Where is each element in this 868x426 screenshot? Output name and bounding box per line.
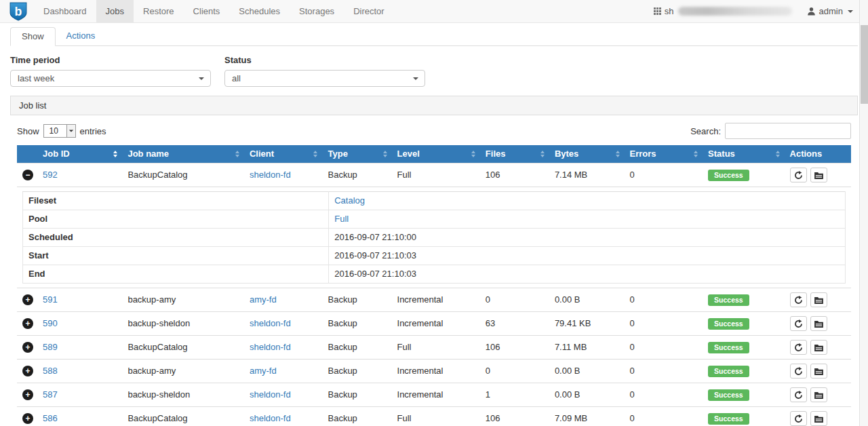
column-header-job-id[interactable]: Job ID xyxy=(37,145,122,163)
nav-item-dashboard[interactable]: Dashboard xyxy=(34,0,96,22)
column-header-type[interactable]: Type xyxy=(322,145,391,163)
search-input[interactable] xyxy=(725,123,851,139)
page-size-select[interactable]: 10 xyxy=(43,124,76,138)
restart-job-button[interactable] xyxy=(790,316,807,331)
job-files-cell: 106 xyxy=(480,407,549,426)
job-detail-row: Scheduled 2016-09-07 21:10:00 xyxy=(23,229,846,247)
restart-job-button[interactable] xyxy=(790,340,807,355)
table-controls: Show 10 entries Search: xyxy=(17,123,851,139)
nav-item-schedules[interactable]: Schedules xyxy=(229,0,290,22)
job-id-link[interactable]: 587 xyxy=(43,389,58,400)
status-filter: Status all xyxy=(224,55,425,87)
expand-row-button[interactable]: + xyxy=(22,318,33,329)
job-files-button[interactable] xyxy=(810,340,827,355)
column-header-client[interactable]: Client xyxy=(244,145,323,163)
expand-row-button[interactable]: + xyxy=(22,366,33,376)
baculum-logo[interactable]: b xyxy=(9,0,27,22)
table-row: + 589 BackupCatalog sheldon-fd Backup Fu… xyxy=(17,336,851,360)
job-bytes-cell: 0.00 B xyxy=(549,288,625,312)
client-link[interactable]: sheldon-fd xyxy=(250,413,291,423)
page-scrollbar[interactable] xyxy=(859,0,868,426)
detail-label: Pool xyxy=(23,210,329,229)
column-header-status[interactable]: Status xyxy=(703,145,784,163)
column-label: Client xyxy=(250,149,274,159)
job-files-button[interactable] xyxy=(810,168,827,182)
client-link[interactable]: sheldon-fd xyxy=(250,389,291,400)
restart-job-button[interactable] xyxy=(790,387,807,402)
nav-item-clients[interactable]: Clients xyxy=(184,0,230,22)
job-id-link[interactable]: 592 xyxy=(43,170,58,180)
expand-row-button[interactable]: + xyxy=(22,413,33,424)
status-select[interactable]: all xyxy=(224,70,425,87)
column-header-errors[interactable]: Errors xyxy=(625,145,703,163)
scrollbar-thumb[interactable] xyxy=(861,25,868,104)
column-label: Job name xyxy=(127,149,169,159)
repeat-icon xyxy=(794,171,803,180)
nav-item-restore[interactable]: Restore xyxy=(134,0,184,22)
column-header-level[interactable]: Level xyxy=(392,145,480,163)
status-badge: Success xyxy=(708,294,749,306)
job-files-button[interactable] xyxy=(810,316,827,331)
client-link[interactable]: sheldon-fd xyxy=(250,318,291,328)
job-files-button[interactable] xyxy=(810,387,827,402)
job-name-cell: backup-sheldon xyxy=(122,383,244,407)
repeat-icon xyxy=(794,367,803,376)
search-label: Search: xyxy=(690,126,721,136)
job-files-button[interactable] xyxy=(810,411,827,426)
job-id-link[interactable]: 590 xyxy=(43,318,58,328)
job-files-cell: 0 xyxy=(480,360,549,383)
panel-title: Job list xyxy=(10,96,858,115)
nav-item-storages[interactable]: Storages xyxy=(290,0,344,22)
sort-icon xyxy=(540,151,545,157)
job-files-button[interactable] xyxy=(810,292,827,307)
job-level-cell: Incremental xyxy=(392,312,480,336)
job-id-link[interactable]: 586 xyxy=(43,413,58,423)
client-link[interactable]: sheldon-fd xyxy=(250,342,291,352)
job-id-link[interactable]: 591 xyxy=(43,294,58,305)
restart-job-button[interactable] xyxy=(790,168,807,182)
client-link[interactable]: amy-fd xyxy=(250,366,277,376)
tab-actions[interactable]: Actions xyxy=(56,27,106,46)
job-bytes-cell: 0.00 B xyxy=(549,360,625,383)
nav-item-jobs[interactable]: Jobs xyxy=(96,0,134,22)
page-size-dropdown-button[interactable] xyxy=(66,125,75,137)
filters: Time period last week Status all xyxy=(0,46,868,87)
column-header-job-name[interactable]: Job name xyxy=(122,145,244,163)
repeat-icon xyxy=(794,343,803,352)
expand-row-button[interactable]: + xyxy=(22,294,33,305)
nav-menu: Dashboard Jobs Restore Clients Schedules… xyxy=(34,0,394,22)
job-type-cell: Backup xyxy=(322,163,391,187)
host-name-prefix: sh xyxy=(665,6,674,16)
job-files-button[interactable] xyxy=(810,364,827,379)
client-link[interactable]: amy-fd xyxy=(250,294,277,305)
restart-job-button[interactable] xyxy=(790,411,807,426)
restart-job-button[interactable] xyxy=(790,364,807,379)
nav-item-director[interactable]: Director xyxy=(344,0,394,22)
job-bytes-cell: 79.41 KB xyxy=(549,312,625,336)
user-menu[interactable]: admin xyxy=(807,6,853,16)
job-list-panel: Job list Show 10 entries Search: Job ID xyxy=(10,96,858,426)
job-files-cell: 0 xyxy=(480,288,549,312)
status-badge: Success xyxy=(708,318,749,330)
jobs-tbody: − 592 BackupCatalog sheldon-fd Backup Fu… xyxy=(17,163,851,426)
detail-value[interactable]: Catalog xyxy=(334,195,365,206)
tab-show[interactable]: Show xyxy=(10,27,56,46)
column-header-bytes[interactable]: Bytes xyxy=(549,145,625,163)
detail-value[interactable]: Full xyxy=(334,214,349,224)
job-details-row: Fileset Catalog Pool Full Scheduled 2016… xyxy=(17,187,851,288)
expand-row-button[interactable]: + xyxy=(22,342,33,353)
table-row: + 586 BackupCatalog sheldon-fd Backup Fu… xyxy=(17,407,851,426)
client-link[interactable]: sheldon-fd xyxy=(250,170,291,180)
status-badge: Success xyxy=(708,170,749,181)
restart-job-button[interactable] xyxy=(790,292,807,307)
column-header-actions: Actions xyxy=(785,145,851,163)
job-name-cell: backup-amy xyxy=(122,360,244,383)
job-id-link[interactable]: 589 xyxy=(43,342,58,352)
expand-row-button[interactable]: − xyxy=(22,170,33,180)
time-period-select[interactable]: last week xyxy=(10,70,211,87)
column-header-files[interactable]: Files xyxy=(480,145,549,163)
expand-row-button[interactable]: + xyxy=(22,389,33,400)
job-errors-cell: 0 xyxy=(625,163,703,187)
job-id-link[interactable]: 588 xyxy=(43,366,58,376)
user-name: admin xyxy=(819,6,843,16)
